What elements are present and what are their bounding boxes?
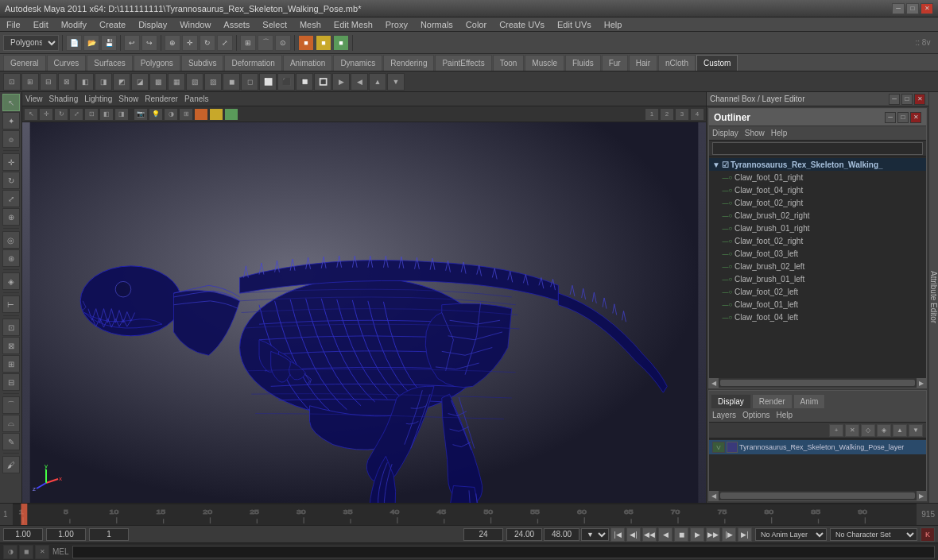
playback-speed-dropdown[interactable]: ▼ <box>581 528 609 541</box>
scale-btn[interactable]: ⤢ <box>2 190 20 207</box>
view-menu[interactable]: View <box>25 95 43 103</box>
shelf-icon-16[interactable]: ⬛ <box>277 73 295 91</box>
vp-icon-wire[interactable]: ⊞ <box>179 108 193 121</box>
universal-manip-btn[interactable]: ⊕ <box>2 208 20 226</box>
lattice-btn[interactable]: ⊟ <box>2 373 20 391</box>
shelf-icon-20[interactable]: ◀ <box>351 73 368 91</box>
minimize-button[interactable]: ─ <box>892 3 905 14</box>
layer-tab-anim[interactable]: Anim <box>793 394 826 408</box>
layer-item[interactable]: V Tyrannosaurus_Rex_Skeleton_Walking_Pos… <box>709 440 926 454</box>
channel-box-minimize[interactable]: ─ <box>889 94 900 105</box>
prev-key-btn[interactable]: ◀◀ <box>642 527 657 542</box>
layers-menu[interactable]: Layers <box>712 411 736 419</box>
shelf-tab-toon[interactable]: Toon <box>493 55 525 71</box>
step-fwd-btn[interactable]: |▶ <box>722 527 736 542</box>
vp-icon-green[interactable] <box>224 108 238 121</box>
layer-delete-btn[interactable]: ✕ <box>845 424 859 437</box>
shelf-icon-9[interactable]: ▩ <box>149 73 167 91</box>
outliner-minimize[interactable]: ─ <box>885 112 896 123</box>
tree-item-5[interactable]: —○Claw_brush_01_right <box>709 222 926 234</box>
maximize-button[interactable]: □ <box>906 3 919 14</box>
soft-mod-btn[interactable]: ◎ <box>2 231 20 249</box>
anim-layer-dropdown[interactable]: No Anim Layer <box>755 528 827 541</box>
tree-item-1[interactable]: —○Claw_foot_01_right <box>709 171 926 183</box>
play-fwd-btn[interactable]: ▶ <box>690 527 704 542</box>
shelf-icon-19[interactable]: ▶ <box>332 73 350 91</box>
renderer-menu[interactable]: Renderer <box>145 95 178 103</box>
outliner-h-scrollbar[interactable]: ◀ ▶ <box>709 378 926 388</box>
command-history-btn[interactable]: ◑ <box>3 545 17 559</box>
menu-item-edit[interactable]: Edit <box>30 20 52 29</box>
outliner-display-menu[interactable]: Display <box>712 129 738 137</box>
shelf-tab-ncloth[interactable]: nCloth <box>658 55 696 71</box>
menu-item-modify[interactable]: Modify <box>58 20 90 29</box>
shelf-icon-6[interactable]: ◨ <box>95 73 112 91</box>
measure-btn[interactable]: ⊢ <box>2 295 20 313</box>
close-button[interactable]: ✕ <box>921 3 933 14</box>
snap-point-btn[interactable]: ⊙ <box>275 35 291 51</box>
show-manip-btn[interactable]: ◈ <box>2 272 20 290</box>
layer-visibility-btn[interactable]: V <box>712 442 725 453</box>
shelf-icon-12[interactable]: ▨ <box>204 73 222 91</box>
paint-effects-btn[interactable]: 🖌 <box>2 456 20 473</box>
vp-icon-move[interactable]: ✛ <box>39 108 53 121</box>
shelf-icon-3[interactable]: ⊟ <box>40 73 57 91</box>
menu-item-normals[interactable]: Normals <box>417 20 456 29</box>
stop-btn[interactable]: ◼ <box>674 527 688 542</box>
shelf-tab-polygons[interactable]: Polygons <box>134 55 180 71</box>
layer-up-btn[interactable]: ▲ <box>893 424 907 437</box>
shelf-icon-13[interactable]: ◼ <box>223 73 240 91</box>
vp-icon-scale[interactable]: ⤢ <box>69 108 83 121</box>
select-tool[interactable]: ⊕ <box>165 35 180 51</box>
frame-current-field[interactable] <box>46 528 86 541</box>
shelf-tab-fur[interactable]: Fur <box>602 55 628 71</box>
vp-icon-display-res[interactable]: 1 <box>645 108 659 121</box>
menu-item-mesh[interactable]: Mesh <box>297 20 324 29</box>
tree-item-4[interactable]: —○Claw_brush_02_right <box>709 209 926 222</box>
layer-tab-display[interactable]: Display <box>711 394 751 408</box>
ik-handle-btn[interactable]: ⊠ <box>2 337 20 354</box>
shelf-tab-deformation[interactable]: Deformation <box>224 55 281 71</box>
menu-item-window[interactable]: Window <box>176 20 214 29</box>
layer-select-btn[interactable]: ◈ <box>877 424 891 437</box>
vp-icon-display-3[interactable]: 3 <box>675 108 689 121</box>
shelf-icon-15[interactable]: ⬜ <box>259 73 277 91</box>
cluster-btn[interactable]: ⊞ <box>2 355 20 373</box>
channel-box-close[interactable]: ✕ <box>914 94 925 105</box>
tree-item-6[interactable]: —○Claw_foot_02_right <box>709 234 926 247</box>
shelf-icon-21[interactable]: ▲ <box>369 73 386 91</box>
tree-item-12[interactable]: —○Claw_foot_04_left <box>709 311 926 323</box>
tree-item-0[interactable]: ▼☑Tyrannosaurus_Rex_Skeleton_Walking_ <box>709 158 926 171</box>
shelf-icon-18[interactable]: 🔳 <box>314 73 331 91</box>
layer-new-btn[interactable]: + <box>829 424 843 437</box>
shading-btn[interactable]: ■ <box>298 35 314 51</box>
ep-curve-btn[interactable]: ⌓ <box>2 415 20 432</box>
auto-key-btn[interactable]: K <box>921 527 935 542</box>
tree-item-8[interactable]: —○Claw_brush_02_left <box>709 260 926 272</box>
vp-icon-color[interactable] <box>209 108 223 121</box>
layer-scroll-thumb[interactable] <box>720 492 915 499</box>
wireframe-btn[interactable]: ■ <box>316 35 331 51</box>
vp-icon-select[interactable]: ↖ <box>24 108 38 121</box>
cv-curve-btn[interactable]: ⌒ <box>2 396 20 414</box>
shelf-tab-animation[interactable]: Animation <box>283 55 332 71</box>
rotate-tool[interactable]: ↻ <box>200 35 215 51</box>
lasso-select-btn[interactable]: ⌾ <box>2 130 20 148</box>
lighting-menu[interactable]: Lighting <box>84 95 112 103</box>
shelf-icon-14[interactable]: ◻ <box>241 73 258 91</box>
shelf-icon-5[interactable]: ◧ <box>76 73 94 91</box>
move-btn[interactable]: ✛ <box>2 153 20 171</box>
vp-icon-cam[interactable]: 📷 <box>134 108 148 121</box>
menu-item-help[interactable]: Help <box>601 20 626 29</box>
mode-dropdown[interactable]: Polygons <box>3 35 59 51</box>
outliner-show-menu[interactable]: Show <box>745 129 765 137</box>
tree-item-11[interactable]: —○Claw_foot_01_left <box>709 298 926 311</box>
show-menu[interactable]: Show <box>118 95 138 103</box>
frame-start-field[interactable] <box>3 528 43 541</box>
menu-item-proxy[interactable]: Proxy <box>382 20 411 29</box>
shelf-tab-painteffects[interactable]: PaintEffects <box>435 55 491 71</box>
shelf-tab-dynamics[interactable]: Dynamics <box>333 55 382 71</box>
vp-icon-shading[interactable]: ◑ <box>164 108 178 121</box>
vp-icon-6[interactable]: ◧ <box>99 108 114 121</box>
shelf-icon-4[interactable]: ⊠ <box>58 73 76 91</box>
